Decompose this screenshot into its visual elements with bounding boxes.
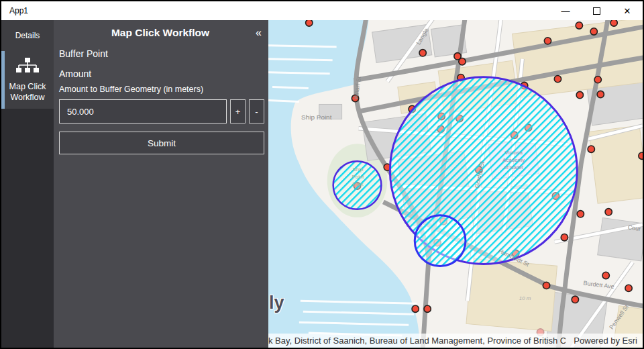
map-label: Academy xyxy=(502,157,525,163)
app-window: App1 — ✕ Details xyxy=(0,0,644,349)
panel-header: Map Click Workflow « xyxy=(59,27,264,39)
map-point xyxy=(412,305,419,312)
selected-accent-bar xyxy=(1,51,5,109)
map-label: Ship Point xyxy=(301,113,332,121)
map-label: of Ballet xyxy=(504,164,524,170)
map-canvas: Ship PointWharf StLangleGordon StHumbold… xyxy=(268,20,643,348)
map-point xyxy=(625,285,632,291)
map-point xyxy=(576,22,582,29)
sidebar: Details Map Click Workflow xyxy=(1,20,54,348)
window-content: Details Map Click Workflow xyxy=(1,20,643,348)
map-label: Victoria xyxy=(504,150,523,156)
panel-title: Map Click Workflow xyxy=(59,27,246,39)
map-point xyxy=(561,234,568,240)
minimize-button[interactable]: — xyxy=(550,1,581,20)
collapse-panel-icon[interactable]: « xyxy=(246,27,264,39)
amount-heading: Amount xyxy=(59,68,264,79)
map-attribution-bar: k Bay, District of Saanich, Bureau of La… xyxy=(268,334,643,348)
title-bar: App1 — ✕ xyxy=(1,1,643,20)
map-point xyxy=(590,28,597,35)
submit-button[interactable]: Submit xyxy=(59,132,264,154)
map-label: Point xyxy=(352,174,364,180)
map-point xyxy=(605,209,612,215)
map-label: Ship xyxy=(353,166,364,172)
map-point xyxy=(588,146,594,152)
decrement-button[interactable]: - xyxy=(249,99,264,123)
maximize-icon xyxy=(593,7,600,15)
sitemap-icon xyxy=(16,58,39,77)
buffer-point-heading: Buffer Point xyxy=(59,48,264,59)
map-point xyxy=(577,211,584,217)
map-point xyxy=(419,50,426,56)
map-point xyxy=(576,91,583,98)
amount-field-label: Amount to Buffer Geometry (in meters) xyxy=(59,85,264,94)
map-point xyxy=(543,282,549,289)
map-label: Park xyxy=(352,181,363,187)
window-title: App1 xyxy=(1,6,550,15)
tab-details[interactable]: Details xyxy=(1,20,54,51)
sidebar-filler xyxy=(1,109,54,348)
workflow-panel: Map Click Workflow « Buffer Point Amount… xyxy=(54,20,268,348)
map-point xyxy=(594,76,601,83)
map-point xyxy=(424,305,431,312)
map-point xyxy=(544,38,551,44)
map-point xyxy=(572,296,578,303)
map-label: 10 m xyxy=(519,295,531,301)
powered-by-esri: Powered by Esri xyxy=(566,336,643,346)
attribution-text: k Bay, District of Saanich, Bureau of La… xyxy=(268,336,566,346)
map-view[interactable]: Ship PointWharf StLangleGordon StHumbold… xyxy=(268,20,643,348)
map-point xyxy=(602,272,609,279)
amount-input-row: + - xyxy=(59,99,264,123)
sidebar-item-label: Map Click Workflow xyxy=(9,81,46,103)
map-point xyxy=(459,58,466,65)
map-point xyxy=(306,20,313,26)
map-point xyxy=(610,20,617,26)
increment-button[interactable]: + xyxy=(230,99,246,123)
map-point xyxy=(554,75,561,82)
close-button[interactable]: ✕ xyxy=(612,1,643,20)
sidebar-item-map-click-workflow[interactable]: Map Click Workflow xyxy=(1,51,54,109)
maximize-button[interactable] xyxy=(581,1,612,20)
buffer-circle xyxy=(415,215,466,266)
map-point xyxy=(597,91,604,97)
amount-input[interactable] xyxy=(59,99,227,123)
map-point xyxy=(639,152,643,159)
